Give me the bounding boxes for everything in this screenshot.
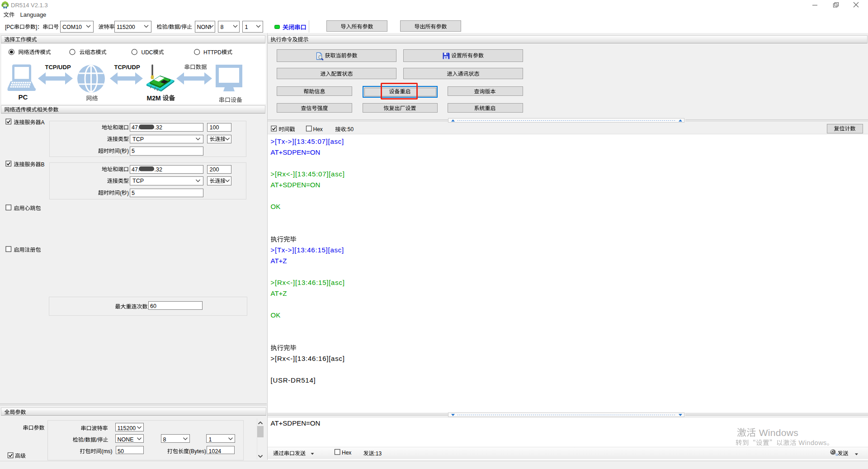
- svg-text:(ms): (ms): [102, 448, 113, 455]
- svg-text:8: 8: [163, 436, 166, 443]
- svg-text:NONE: NONE: [118, 436, 134, 443]
- svg-text:UDC: UDC: [142, 49, 153, 56]
- svg-text:): ): [127, 148, 129, 154]
- svg-text:COM10: COM10: [62, 24, 82, 30]
- svg-text:TCP/UDP: TCP/UDP: [45, 64, 71, 71]
- svg-text:AT+SDPEN=ON: AT+SDPEN=ON: [271, 419, 321, 427]
- svg-text:Hex: Hex: [342, 450, 351, 456]
- svg-text:OK: OK: [271, 311, 281, 319]
- svg-text:/: /: [84, 437, 85, 443]
- svg-text:PC: PC: [19, 93, 28, 101]
- svg-text:TCP/UDP: TCP/UDP: [114, 64, 140, 71]
- svg-text:>[Rx<-][13:45:07][asc]: >[Rx<-][13:45:07][asc]: [271, 170, 345, 178]
- svg-text:M2M: M2M: [147, 95, 163, 102]
- svg-text:5: 5: [132, 148, 135, 154]
- svg-text:>[Rx<-][13:46:16][asc]: >[Rx<-][13:46:16][asc]: [271, 355, 345, 362]
- svg-text:100: 100: [210, 124, 219, 131]
- svg-text:115200: 115200: [118, 425, 136, 431]
- svg-text:8: 8: [221, 24, 224, 30]
- svg-text:TCP: TCP: [132, 178, 144, 184]
- svg-text:(Bytes): (Bytes): [189, 448, 206, 455]
- svg-text:[PC: [PC: [5, 24, 14, 30]
- svg-text:.32: .32: [155, 166, 162, 173]
- svg-text:>[Tx->][13:46:15][asc]: >[Tx->][13:46:15][asc]: [271, 246, 344, 254]
- svg-text:/: /: [168, 24, 170, 30]
- svg-text:AT+Z: AT+Z: [271, 257, 287, 265]
- svg-text:(: (: [120, 148, 122, 154]
- svg-text:AT+SDPEN=ON: AT+SDPEN=ON: [271, 181, 321, 189]
- svg-text:115200: 115200: [117, 24, 135, 30]
- svg-text:HTTPD: HTTPD: [203, 49, 222, 56]
- svg-text::13: :13: [374, 450, 382, 457]
- svg-text:B: B: [41, 161, 45, 168]
- svg-text:60: 60: [150, 303, 156, 309]
- svg-text:A: A: [41, 119, 45, 126]
- svg-text:1: 1: [245, 24, 248, 30]
- svg-text:AT+SDPEN=ON: AT+SDPEN=ON: [271, 148, 321, 156]
- svg-text:[USR-DR514]: [USR-DR514]: [271, 376, 316, 384]
- svg-text:47.: 47.: [132, 124, 139, 131]
- svg-text:DR514 V2.1.3: DR514 V2.1.3: [11, 2, 48, 9]
- svg-text:Windows: Windows: [756, 427, 798, 438]
- svg-text:200: 200: [210, 166, 219, 173]
- svg-text:>[Rx<-][13:46:15][asc]: >[Rx<-][13:46:15][asc]: [271, 279, 345, 286]
- svg-text:]: ]: [36, 24, 37, 30]
- svg-text:1: 1: [209, 436, 212, 443]
- svg-text:/: /: [96, 437, 98, 443]
- svg-text:TCP: TCP: [132, 136, 144, 142]
- svg-text:50: 50: [118, 448, 124, 455]
- svg-text:/: /: [180, 24, 182, 30]
- svg-text:Language: Language: [20, 11, 47, 18]
- svg-text:1024: 1024: [209, 448, 222, 455]
- svg-text:NONI: NONI: [197, 24, 211, 30]
- svg-text:.32: .32: [155, 124, 162, 131]
- svg-text:(: (: [120, 190, 122, 196]
- svg-text:Hex: Hex: [313, 126, 323, 133]
- svg-text::50: :50: [346, 126, 354, 133]
- svg-text:OK: OK: [271, 203, 281, 210]
- svg-text:): ): [127, 190, 129, 196]
- svg-text:>[Tx->][13:45:07][asc]: >[Tx->][13:45:07][asc]: [271, 137, 344, 145]
- svg-text:47.: 47.: [132, 166, 139, 173]
- svg-text:Windows: Windows: [797, 439, 827, 446]
- svg-text:AT+Z: AT+Z: [271, 289, 287, 297]
- svg-text:5: 5: [132, 190, 135, 196]
